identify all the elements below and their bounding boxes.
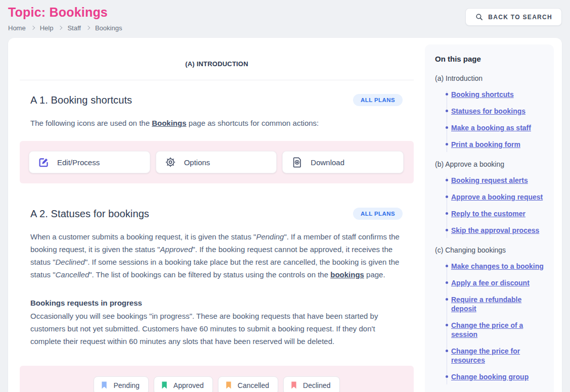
breadcrumb-home[interactable]: Home bbox=[8, 24, 26, 32]
page-title: Topic: Bookings bbox=[8, 0, 122, 20]
back-to-search-button[interactable]: BACK TO SEARCH bbox=[465, 8, 562, 26]
status-name-pending: Pending bbox=[256, 232, 284, 241]
bullet-dot-icon bbox=[446, 324, 448, 326]
status-name-approved: Approved bbox=[160, 245, 192, 254]
all-plans-badge: ALL PLANS bbox=[353, 94, 403, 106]
bookings-page-link[interactable]: Bookings bbox=[152, 119, 186, 127]
breadcrumb: Home Help Staff Bookings bbox=[8, 24, 122, 32]
divider bbox=[20, 80, 414, 80]
section-a1-heading: A 1. Booking shortcuts bbox=[30, 94, 132, 106]
toc-item: Reply to the customer bbox=[451, 209, 546, 218]
bullet-dot-icon bbox=[446, 298, 448, 301]
page-header: Topic: Bookings Home Help Staff Bookings… bbox=[8, 0, 562, 35]
section-a2-header: A 2. Statuses for bookings ALL PLANS bbox=[30, 208, 403, 220]
edit-square-icon bbox=[38, 157, 49, 168]
intro-text: page as shortcuts for common actions: bbox=[187, 119, 319, 127]
bullet-dot-icon bbox=[446, 229, 448, 231]
status-chip-label: Approved bbox=[173, 381, 204, 389]
bullet-dot-icon bbox=[446, 375, 448, 378]
main-card: (A) INTRODUCTION A 1. Booking shortcuts … bbox=[8, 38, 562, 392]
toc-group-a-label: (a) Introduction bbox=[435, 74, 546, 82]
statuses-panel: Pending Approved Cancelled Declined bbox=[20, 366, 414, 392]
toc-item: Booking request alerts bbox=[451, 176, 546, 185]
section-a2-paragraph: When a customer submits a booking reques… bbox=[30, 230, 405, 281]
toc-link-booking-request-alerts[interactable]: Booking request alerts bbox=[451, 176, 528, 184]
bookmark-icon bbox=[290, 381, 297, 389]
status-chip-cancelled: Cancelled bbox=[218, 376, 278, 392]
toc-group-b-label: (b) Approve a booking bbox=[435, 160, 546, 168]
bullet-dot-icon bbox=[446, 179, 448, 181]
toc-link-reply-to-the-customer[interactable]: Reply to the customer bbox=[451, 210, 525, 218]
toc-item: Make changes to a booking bbox=[451, 262, 546, 271]
bullet-dot-icon bbox=[446, 93, 448, 95]
in-progress-subheading: Bookings requests in progress bbox=[30, 299, 414, 307]
toc-group-c-label: (c) Changing bookings bbox=[435, 246, 546, 254]
toc-item: Statuses for bookings bbox=[451, 107, 546, 116]
breadcrumb-current: Bookings bbox=[95, 24, 122, 32]
intro-text: The following icons are used on the bbox=[30, 119, 152, 127]
toc-link-make-changes-to-a-booking[interactable]: Make changes to a booking bbox=[451, 262, 544, 270]
status-chip-declined: Declined bbox=[283, 376, 339, 392]
bookmark-icon bbox=[225, 381, 232, 389]
bullet-dot-icon bbox=[446, 212, 448, 215]
chevron-right-icon bbox=[58, 26, 62, 30]
on-this-page-panel: On this page (a) Introduction Booking sh… bbox=[425, 44, 554, 392]
toc-link-change-the-price-of-a-session[interactable]: Change the price of a session bbox=[451, 321, 523, 338]
status-name-declined: Declined bbox=[56, 258, 85, 266]
article: (A) INTRODUCTION A 1. Booking shortcuts … bbox=[20, 38, 414, 392]
header-left: Topic: Bookings Home Help Staff Bookings bbox=[8, 0, 122, 32]
toc-item: Change booking group bbox=[451, 372, 546, 381]
in-progress-paragraph: Occasionally you will see bookings "in p… bbox=[30, 310, 405, 348]
toc-item: Apply a fee or discount bbox=[451, 278, 546, 287]
search-icon bbox=[475, 13, 484, 21]
status-chip-label: Declined bbox=[303, 381, 330, 389]
toc-item: Change the price for resources bbox=[451, 347, 546, 365]
bookmark-icon bbox=[101, 381, 108, 389]
toc-link-statuses-for-bookings[interactable]: Statuses for bookings bbox=[451, 107, 525, 115]
toc-item: Booking shortcuts bbox=[451, 90, 546, 99]
toc-item: Approve a booking request bbox=[451, 192, 546, 202]
bullet-dot-icon bbox=[446, 281, 448, 284]
toc-link-booking-shortcuts[interactable]: Booking shortcuts bbox=[451, 90, 514, 99]
toc-link-make-a-booking-as-staff[interactable]: Make a booking as staff bbox=[451, 124, 531, 132]
toc-item: Print a booking form bbox=[451, 140, 546, 149]
toc-link-apply-a-fee-or-discount[interactable]: Apply a fee or discount bbox=[451, 279, 530, 287]
shortcut-options: Options bbox=[156, 151, 277, 173]
toc-link-require-a-refundable-deposit[interactable]: Require a refundable deposit bbox=[451, 296, 521, 313]
shortcut-label: Download bbox=[311, 158, 344, 167]
shortcut-edit-process: Edit/Process bbox=[29, 151, 150, 173]
shortcuts-panel: Edit/Process Options bbox=[20, 141, 414, 183]
breadcrumb-help[interactable]: Help bbox=[40, 24, 54, 32]
section-a2-heading: A 2. Statuses for bookings bbox=[30, 208, 149, 220]
status-text: page. bbox=[364, 270, 385, 279]
bullet-dot-icon bbox=[446, 265, 448, 267]
shortcut-download: Download bbox=[282, 151, 404, 173]
bookings-page-link[interactable]: bookings bbox=[330, 270, 364, 279]
toc-link-approve-a-booking-request[interactable]: Approve a booking request bbox=[451, 193, 543, 201]
all-plans-badge: ALL PLANS bbox=[353, 208, 403, 220]
toc-link-skip-the-approval-process[interactable]: Skip the approval process bbox=[451, 226, 539, 234]
status-chip-label: Cancelled bbox=[238, 381, 269, 389]
chevron-right-icon bbox=[86, 26, 90, 30]
status-chip-label: Pending bbox=[113, 381, 139, 389]
toc-link-change-the-price-for-resources[interactable]: Change the price for resources bbox=[451, 347, 520, 364]
section-kicker: (A) INTRODUCTION bbox=[20, 60, 414, 68]
toc-title: On this page bbox=[435, 55, 546, 63]
status-chip-pending: Pending bbox=[94, 376, 148, 392]
toc-item: Skip the approval process bbox=[451, 226, 546, 235]
file-download-icon bbox=[292, 157, 302, 168]
back-to-search-label: BACK TO SEARCH bbox=[488, 14, 552, 21]
status-chip-approved: Approved bbox=[154, 376, 213, 392]
bullet-dot-icon bbox=[446, 143, 448, 145]
status-text: When a customer submits a booking reques… bbox=[30, 232, 256, 241]
bookmark-icon bbox=[161, 381, 168, 389]
toc-item: Change the price of a session bbox=[451, 321, 546, 339]
breadcrumb-staff[interactable]: Staff bbox=[67, 24, 81, 32]
bullet-dot-icon bbox=[446, 195, 448, 198]
bullet-dot-icon bbox=[446, 110, 448, 112]
toc-item: Require a refundable deposit bbox=[451, 295, 546, 313]
toc-group-c-list: Make changes to a booking Apply a fee or… bbox=[435, 262, 546, 381]
toc-link-print-a-booking-form[interactable]: Print a booking form bbox=[451, 140, 520, 149]
status-text: ". The list of bookings can be filtered … bbox=[89, 270, 330, 279]
toc-link-change-booking-group[interactable]: Change booking group bbox=[451, 373, 529, 381]
